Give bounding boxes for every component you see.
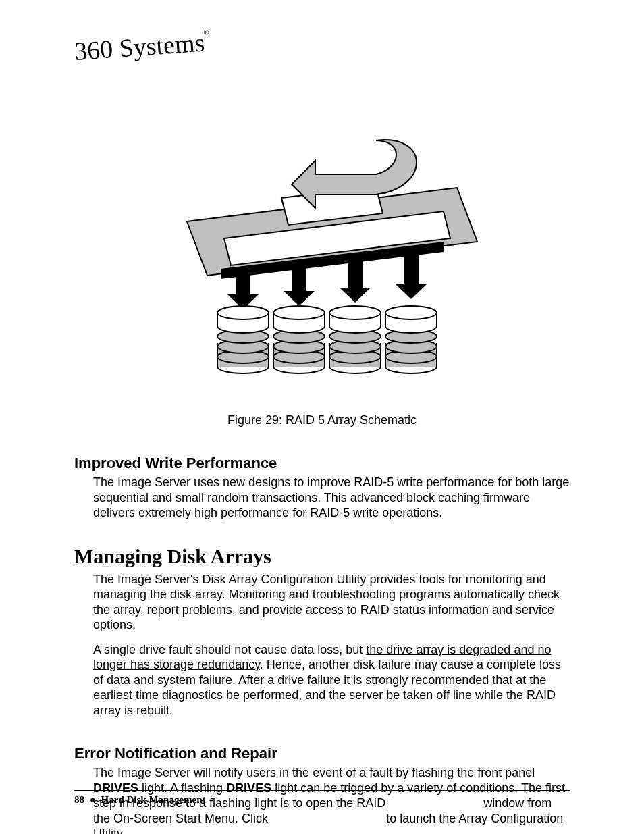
page-number: 88 [74,794,84,805]
footer-section: Hard Disk Management [101,794,206,805]
paragraph-improved-write: The Image Server uses new designs to imp… [93,475,570,521]
logo-text: 360 Systems [74,28,206,66]
svg-point-34 [273,306,325,319]
svg-point-58 [385,306,437,319]
svg-rect-7 [348,261,363,288]
footer-bullet: ● [90,794,96,805]
subheading-error-notification: Error Notification and Repair [74,745,570,762]
figure-caption: Figure 29: RAID 5 Array Schematic [74,413,570,427]
svg-marker-8 [340,288,371,303]
page-footer: 88 ● Hard Disk Management [74,794,206,806]
text-blank [271,812,383,825]
svg-point-46 [329,306,381,319]
text-bold-drives: DRIVES [226,781,271,795]
text-run: light. A flashing [138,781,226,795]
svg-point-22 [217,306,269,319]
paragraph-managing-2: A single drive fault should not cause da… [93,642,570,719]
registered-mark: ® [204,28,209,36]
paragraph-managing-1: The Image Server's Disk Array Configurat… [93,572,570,633]
svg-rect-9 [404,254,419,284]
svg-rect-5 [292,267,306,291]
raid5-schematic-icon [160,134,484,384]
text-run: A single drive fault should not cause da… [93,643,366,656]
svg-marker-10 [396,284,427,299]
subheading-improved-write-performance: Improved Write Performance [74,454,570,472]
footer-rule [74,790,570,791]
heading-managing-disk-arrays: Managing Disk Arrays [74,545,570,568]
document-page: 360 Systems® [0,0,644,834]
svg-rect-3 [236,274,250,294]
text-run: The Image Server will notify users in th… [93,766,535,779]
text-blank [389,796,480,810]
text-bold-drives: DRIVES [93,781,138,795]
svg-marker-6 [284,291,315,306]
figure-raid5-schematic: Figure 29: RAID 5 Array Schematic [74,134,570,427]
brand-logo: 360 Systems® [74,29,211,64]
